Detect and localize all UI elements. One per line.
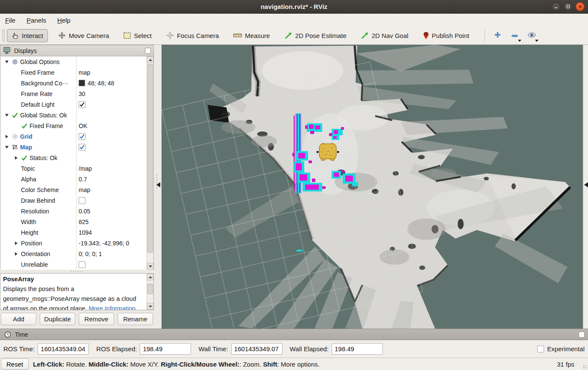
rename-button[interactable]: Rename	[118, 313, 153, 325]
expander-right-icon[interactable]	[15, 242, 18, 245]
property-value[interactable]: 30	[79, 90, 85, 97]
tree-description-splitter[interactable]	[0, 270, 154, 273]
display-row-background-co[interactable]: Background Co···48; 48; 48	[0, 78, 147, 88]
scrollbar-thumb[interactable]	[147, 284, 153, 294]
property-checkbox[interactable]	[79, 197, 85, 204]
property-label: Alpha	[20, 176, 36, 183]
time-panel-header[interactable]: Time	[0, 329, 588, 340]
expander-right-icon[interactable]	[15, 156, 18, 160]
displays-tree-scrollbar[interactable]	[147, 56, 153, 270]
close-button[interactable]	[576, 2, 585, 11]
expander-right-icon[interactable]	[15, 252, 18, 256]
display-row-draw-behind[interactable]: Draw Behind	[0, 195, 147, 206]
displays-panel-header[interactable]: Displays	[0, 45, 154, 56]
display-row-status-ok[interactable]: Status: Ok	[0, 152, 147, 163]
more-information-link[interactable]: More Information.	[89, 305, 138, 310]
tool-2d-nav-goal[interactable]: 2D Nav Goal	[357, 29, 413, 42]
maximize-button[interactable]	[564, 2, 573, 11]
toolbar-drag-handle[interactable]	[2, 29, 5, 42]
property-value[interactable]: OK	[79, 122, 87, 129]
displays-float-button[interactable]	[145, 48, 151, 54]
display-row-map[interactable]: Map	[0, 142, 147, 152]
scroll-up-button[interactable]	[147, 274, 153, 280]
menu-help[interactable]: Help	[57, 17, 71, 24]
display-row-default-light[interactable]: Default Light	[0, 99, 147, 110]
display-row-frame-rate[interactable]: Frame Rate30	[0, 88, 147, 99]
window-title: navigation.rviz* - RViz	[261, 3, 327, 10]
color-swatch[interactable]	[79, 80, 85, 86]
time-float-button[interactable]	[579, 332, 585, 338]
display-row-position[interactable]: Position-19.343; -42.996; 0	[0, 238, 147, 248]
property-value[interactable]: /map	[79, 165, 92, 172]
map-view[interactable]	[162, 45, 583, 329]
property-checkbox[interactable]	[79, 144, 85, 151]
add-button[interactable]: Add	[1, 313, 36, 325]
dropdown-caret-icon[interactable]	[518, 40, 521, 42]
expander-down-icon[interactable]	[5, 61, 9, 63]
display-row-resolution[interactable]: Resolution0.05	[0, 206, 147, 216]
property-value[interactable]: 1094	[79, 229, 92, 236]
property-value[interactable]: -19.343; -42.996; 0	[79, 240, 129, 247]
expander-right-icon[interactable]	[6, 135, 8, 138]
ros-elapsed-input[interactable]	[140, 343, 191, 355]
ros-time-input[interactable]	[38, 343, 89, 355]
tool-focus-camera[interactable]: Focus Camera	[162, 29, 223, 42]
collapse-right-arrow-icon[interactable]	[584, 182, 588, 187]
display-row-alpha[interactable]: Alpha0.7	[0, 174, 147, 184]
display-row-fixed-frame[interactable]: Fixed FrameOK	[0, 120, 147, 131]
property-checkbox[interactable]	[79, 133, 85, 140]
time-fields: ROS Time:ROS Elapsed:Wall Time:Wall Elap…	[0, 340, 588, 358]
wall-elapsed-input[interactable]	[332, 343, 383, 355]
collapse-left-arrow-icon[interactable]	[156, 182, 160, 187]
expander-down-icon[interactable]	[5, 146, 9, 149]
dropdown-caret-icon[interactable]	[535, 40, 538, 42]
property-value[interactable]: map	[79, 69, 90, 76]
display-row-topic[interactable]: Topic/map	[0, 163, 147, 174]
property-value[interactable]: 48; 48; 48	[88, 80, 114, 87]
menu-file[interactable]: File	[5, 17, 15, 24]
display-row-grid[interactable]: Grid	[0, 131, 147, 142]
eye-tool-button[interactable]	[524, 29, 539, 42]
resize-grip[interactable]	[583, 365, 587, 369]
scroll-down-button[interactable]	[147, 263, 153, 270]
tool-measure[interactable]: Measure	[229, 29, 274, 42]
tool-move-camera[interactable]: Move Camera	[54, 29, 113, 42]
menu-panels[interactable]: Panels	[26, 17, 46, 24]
tool-select[interactable]: Select	[119, 29, 156, 42]
display-row-fixed-frame[interactable]: Fixed Framemap	[0, 67, 147, 78]
expander-down-icon[interactable]	[5, 114, 9, 117]
display-row-height[interactable]: Height1094	[0, 227, 147, 238]
duplicate-button[interactable]: Duplicate	[40, 313, 75, 325]
scrollbar-thumb[interactable]	[147, 64, 153, 253]
3d-viewport[interactable]	[162, 45, 583, 329]
property-value[interactable]: 0.05	[79, 208, 90, 215]
wall-time-input[interactable]	[231, 343, 282, 355]
left-panel-splitter[interactable]	[154, 45, 162, 329]
scroll-up-button[interactable]	[147, 56, 153, 63]
minus-tool-button[interactable]	[507, 29, 522, 42]
description-scrollbar[interactable]	[147, 274, 153, 310]
display-row-unreliable[interactable]: Unreliable	[0, 259, 147, 270]
display-row-global-status-ok[interactable]: Global Status: Ok	[0, 110, 147, 120]
experimental-checkbox[interactable]	[537, 346, 544, 353]
property-value[interactable]: map	[79, 186, 90, 193]
property-value[interactable]: 0.7	[79, 176, 87, 183]
scroll-down-button[interactable]	[147, 303, 153, 310]
property-checkbox[interactable]	[79, 101, 85, 108]
display-row-width[interactable]: Width825	[0, 216, 147, 227]
minimize-button[interactable]	[552, 2, 561, 11]
display-row-orientation[interactable]: Orientation0; 0; 0; 1	[0, 248, 147, 259]
window-controls	[552, 2, 585, 11]
plus-tool-button[interactable]	[490, 29, 505, 42]
property-value[interactable]: 0; 0; 0; 1	[79, 251, 102, 257]
display-row-color-scheme[interactable]: Color Schememap	[0, 184, 147, 195]
display-row-global-options[interactable]: Global Options	[0, 56, 147, 67]
property-checkbox[interactable]	[79, 261, 85, 268]
property-value[interactable]: 825	[79, 219, 88, 225]
tool-2d-pose-estimate[interactable]: 2D Pose Estimate	[280, 29, 351, 42]
remove-button[interactable]: Remove	[79, 313, 114, 325]
reset-button[interactable]: Reset	[1, 358, 29, 370]
right-panel-splitter[interactable]	[583, 45, 588, 329]
tool-publish-point[interactable]: Publish Point	[419, 29, 474, 42]
tool-interact[interactable]: Interact	[7, 29, 48, 42]
